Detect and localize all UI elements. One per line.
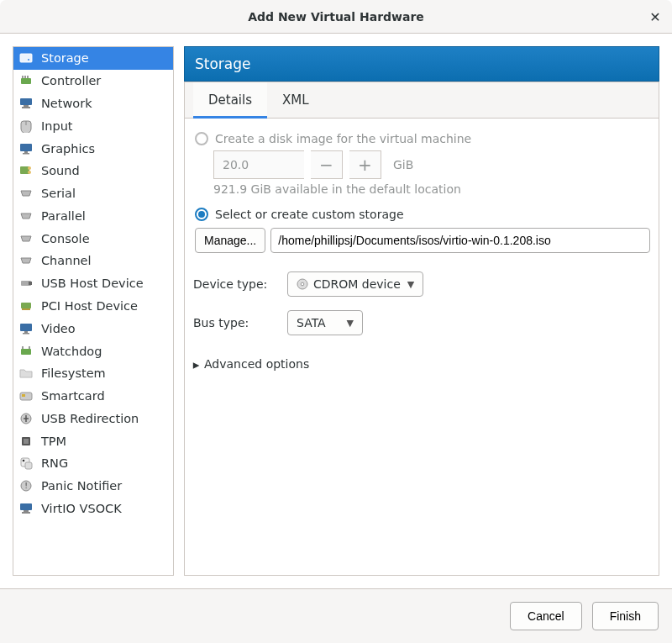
svg-rect-0 (20, 54, 32, 62)
close-button[interactable]: ✕ (645, 7, 665, 27)
sidebar-item-label: PCI Host Device (41, 299, 138, 313)
console-icon (18, 231, 34, 246)
svg-rect-35 (25, 462, 32, 469)
triangle-right-icon: ▸ (193, 356, 200, 372)
sidebar-item-label: Watchdog (41, 345, 102, 358)
sidebar-item-rng[interactable]: RNG (13, 452, 173, 475)
sidebar-item-serial[interactable]: Serial (13, 182, 173, 205)
network-card-icon (18, 501, 34, 516)
window-title: Add New Virtual Hardware (248, 10, 424, 24)
sidebar-item-parallel[interactable]: Parallel (13, 204, 173, 227)
sidebar-item-label: Serial (41, 187, 76, 200)
svg-rect-38 (20, 503, 32, 510)
dice-icon (18, 456, 34, 471)
radio-create-disk-image-label: Create a disk image for the virtual mach… (215, 132, 471, 145)
sidebar-item-usb-redirection[interactable]: USB Redirection (13, 408, 173, 430)
sidebar-item-virtio-vsock[interactable]: VirtIO VSOCK (13, 498, 173, 520)
sidebar-item-filesystem[interactable]: Filesystem (13, 362, 173, 385)
sidebar-item-panic-notifier[interactable]: ! Panic Notifier (13, 475, 173, 498)
storage-form: Create a disk image for the virtual mach… (185, 119, 659, 379)
svg-rect-21 (20, 324, 32, 331)
bus-type-dropdown[interactable]: SATA ▼ (287, 310, 363, 335)
sidebar-item-smartcard[interactable]: Smartcard (13, 385, 173, 408)
sidebar-item-label: Parallel (41, 209, 86, 223)
sidebar-item-input[interactable]: Input (13, 114, 173, 137)
svg-text:!: ! (24, 482, 27, 490)
svg-rect-28 (22, 394, 25, 397)
sidebar-item-sound[interactable]: Sound (13, 160, 173, 182)
finish-button[interactable]: Finish (592, 602, 659, 630)
sidebar-item-pci-host-device[interactable]: PCI Host Device (13, 295, 173, 318)
sidebar-item-channel[interactable]: Channel (13, 250, 173, 272)
serial-port-icon (18, 186, 34, 201)
sidebar-item-label: Sound (41, 164, 80, 177)
sidebar-item-label: VirtIO VSOCK (41, 502, 122, 515)
dialog-footer: Cancel Finish (0, 588, 672, 643)
sidebar-item-label: Graphics (41, 142, 95, 155)
cancel-button[interactable]: Cancel (510, 602, 582, 630)
svg-rect-25 (22, 346, 24, 349)
svg-point-42 (301, 282, 304, 286)
sidebar-item-label: USB Host Device (41, 277, 144, 290)
svg-rect-24 (21, 349, 31, 355)
svg-rect-26 (29, 346, 30, 349)
storage-path-input[interactable] (270, 228, 650, 253)
sidebar-item-storage[interactable]: Storage (13, 47, 173, 70)
network-icon (18, 96, 34, 111)
sidebar-item-tpm[interactable]: TPM (13, 430, 173, 452)
manage-button[interactable]: Manage... (195, 228, 265, 253)
sidebar-item-graphics[interactable]: Graphics (13, 137, 173, 160)
sidebar-item-label: Panic Notifier (41, 479, 122, 493)
svg-point-33 (23, 460, 25, 462)
cdrom-icon (297, 278, 308, 290)
channel-icon (18, 253, 34, 268)
advanced-options-expander[interactable]: ▸ Advanced options (193, 357, 650, 371)
sound-card-icon (18, 163, 34, 178)
sidebar-item-label: Storage (41, 51, 89, 65)
pci-card-icon (18, 298, 34, 314)
device-type-value: CDROM device (313, 277, 401, 291)
svg-rect-5 (24, 76, 26, 78)
svg-rect-12 (24, 151, 28, 153)
sidebar-item-console[interactable]: Console (13, 227, 173, 250)
sidebar-item-network[interactable]: Network (13, 92, 173, 115)
sidebar-item-controller[interactable]: Controller (13, 70, 173, 92)
tab-xml[interactable]: XML (267, 82, 324, 118)
sidebar-item-video[interactable]: Video (13, 317, 173, 340)
custom-storage-row: Manage... (195, 228, 650, 253)
svg-point-2 (28, 59, 29, 61)
smartcard-icon (18, 388, 34, 403)
radio-create-disk-image: Create a disk image for the virtual mach… (193, 132, 650, 145)
svg-rect-13 (23, 153, 29, 155)
parallel-port-icon (18, 208, 34, 224)
hardware-category-list: Storage Controller Network Input Graphic… (13, 46, 174, 576)
sidebar-item-label: Network (41, 97, 92, 110)
radio-custom-storage[interactable]: Select or create custom storage (193, 208, 650, 221)
available-space-label: 921.9 GiB available in the default locat… (213, 182, 650, 196)
usb-device-icon (18, 276, 34, 291)
tab-details[interactable]: Details (193, 82, 267, 119)
sidebar-item-label: Console (41, 232, 90, 245)
panel-title: Storage (195, 55, 251, 72)
svg-rect-31 (24, 439, 29, 444)
disk-size-unit: GiB (393, 158, 413, 171)
chevron-down-icon: ▼ (407, 279, 414, 290)
svg-rect-40 (22, 512, 30, 514)
tab-bar: Details XML (185, 82, 659, 119)
sidebar-item-watchdog[interactable]: Watchdog (13, 340, 173, 362)
radio-custom-storage-indicator (195, 208, 208, 221)
sidebar-item-label: RNG (41, 456, 68, 470)
titlebar: Add New Virtual Hardware ✕ (0, 0, 672, 34)
display-icon (18, 141, 34, 156)
svg-rect-9 (22, 107, 30, 108)
device-type-dropdown[interactable]: CDROM device ▼ (287, 271, 423, 297)
disk-size-increment: + (349, 150, 381, 179)
radio-custom-storage-label: Select or create custom storage (215, 208, 404, 221)
watchdog-icon (18, 344, 34, 359)
sidebar-item-usb-host-device[interactable]: USB Host Device (13, 272, 173, 295)
disk-size-value: 20.0 (213, 150, 304, 179)
sidebar-item-label: TPM (41, 435, 66, 448)
video-card-icon (18, 321, 34, 336)
bus-type-row: Bus type: SATA ▼ (193, 310, 650, 335)
advanced-options-label: Advanced options (204, 357, 309, 371)
